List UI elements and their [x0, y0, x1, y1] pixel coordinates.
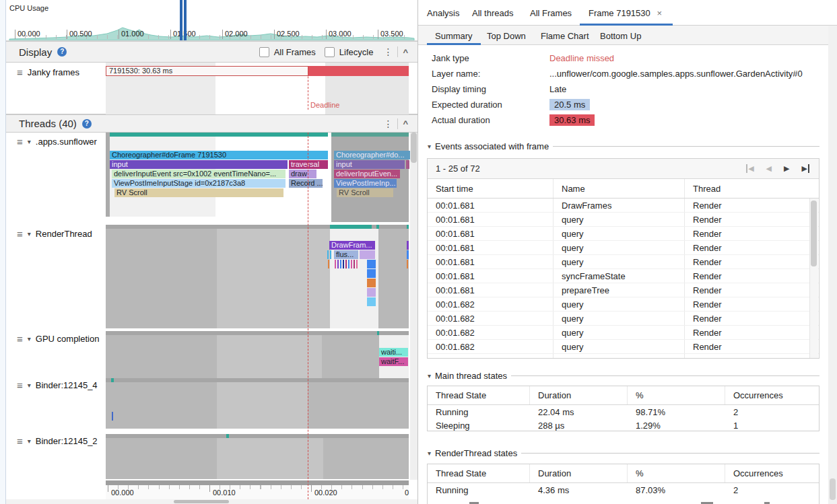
col-header-duration[interactable]: Duration	[530, 386, 628, 404]
trace-bar-traversal-dim[interactable]	[406, 160, 409, 169]
col-header-name[interactable]: Name	[554, 179, 685, 198]
kebab-menu-icon[interactable]: ⋮	[383, 46, 393, 57]
trace-block[interactable]	[367, 269, 376, 278]
trace-bar-input-dim[interactable]: input	[334, 160, 405, 169]
trace-bar-viewpostime-dim[interactable]: ViewPostImeInp...	[334, 179, 397, 188]
states-table-row[interactable]: Running 4.36 ms 87.03% 2	[428, 483, 819, 497]
trace-bar-traversal[interactable]: traversal	[289, 160, 328, 169]
trace-bar-rv-scroll[interactable]: RV Scroll	[114, 188, 283, 197]
janky-frame-overflow-bar[interactable]	[308, 66, 409, 76]
events-table-row[interactable]: 00:01.681syncFrameStateRender	[428, 269, 819, 283]
trace-bar-deliver-input-event[interactable]: deliverInputEvent src=0x1002 eventTimeNa…	[112, 170, 286, 178]
last-page-icon[interactable]: ▶	[802, 164, 809, 173]
prev-page-icon[interactable]: ◀	[766, 164, 772, 173]
trace-bar-record[interactable]: Record ...	[289, 179, 323, 188]
janky-frame-bar[interactable]: 7191530: 30.63 ms	[106, 66, 308, 76]
tab-frame-7191530[interactable]: Frame 7191530 ×	[589, 8, 662, 18]
trace-bar-waitfence[interactable]: waitF...	[379, 357, 408, 366]
col-header-duration[interactable]: Duration	[530, 464, 628, 482]
analysis-v-scrollbar[interactable]	[828, 26, 837, 504]
expand-triangle-icon[interactable]: ▾	[28, 230, 31, 238]
subtab-bottom-up[interactable]: Bottom Up	[600, 31, 641, 41]
help-icon[interactable]: ?	[82, 119, 92, 129]
events-table-row[interactable]: 00:01.681queryRender	[428, 241, 819, 255]
tab-analysis[interactable]: Analysis	[427, 8, 459, 18]
trace-bar-drawframes[interactable]: DrawFram...	[329, 241, 375, 250]
trace-bar-deliver-dim[interactable]: deliverInputEven...	[334, 170, 400, 178]
events-table-row[interactable]: 00:01.682queryRender	[428, 326, 819, 340]
drag-handle-icon[interactable]: ≡	[17, 137, 23, 146]
help-icon[interactable]: ?	[57, 47, 67, 57]
drag-handle-icon[interactable]: ≡	[17, 334, 23, 343]
thread-row-label-binder2[interactable]: ≡ ▾ Binder:12145_2	[17, 436, 98, 446]
thread-row-label-gpu[interactable]: ≡ ▾ GPU completion	[17, 334, 99, 344]
events-v-scrollbar-thumb[interactable]	[811, 201, 817, 266]
all-frames-checkbox[interactable]	[259, 47, 269, 57]
events-section-header[interactable]: ▾ Events associated with frame	[428, 141, 819, 151]
expand-triangle-icon[interactable]: ▾	[28, 382, 31, 389]
collapse-chevron-icon[interactable]: ^	[403, 47, 408, 57]
selection-range-handle-left[interactable]	[180, 0, 182, 40]
lifecycle-checkbox[interactable]	[325, 47, 335, 57]
col-header-start-time[interactable]: Start time	[428, 179, 554, 198]
trace-block[interactable]	[367, 260, 376, 268]
main-thread-states-header[interactable]: ▾ Main thread states	[428, 371, 819, 381]
analysis-v-scrollbar-thumb[interactable]	[830, 478, 836, 500]
section-collapse-icon[interactable]: ▾	[428, 143, 431, 150]
trace-bar-input[interactable]: input	[110, 160, 288, 169]
events-table-row[interactable]: 00:01.681prepareTreeRender	[428, 283, 819, 297]
thread-row-label-sunflower[interactable]: ≡ ▾ .apps.sunflower	[17, 137, 97, 147]
tab-all-threads[interactable]: All threads	[472, 8, 513, 18]
col-header-occurrences[interactable]: Occurrences	[725, 386, 819, 404]
tracks-h-scrollbar-thumb[interactable]	[174, 500, 229, 503]
tracks-v-scrollbar[interactable]	[410, 133, 417, 480]
drag-handle-icon[interactable]: ≡	[17, 68, 23, 77]
expand-triangle-icon[interactable]: ▾	[28, 138, 31, 145]
subtab-top-down[interactable]: Top Down	[487, 31, 526, 41]
events-table-row[interactable]: 00:01.682queryRender	[428, 340, 819, 354]
subtab-flame-chart[interactable]: Flame Chart	[541, 31, 589, 41]
thread-row-label-renderthread[interactable]: ≡ ▾ RenderThread	[17, 229, 92, 239]
drag-handle-icon[interactable]: ≡	[17, 229, 23, 238]
trace-bar-choreographer-dim[interactable]: Choreographer#do...	[334, 151, 410, 159]
next-page-icon[interactable]: ▶	[784, 164, 789, 173]
first-page-icon[interactable]: ◀	[746, 164, 754, 173]
cpu-usage-panel[interactable]: CPU Usage 00.000 00.500 01.000 01.500 02…	[6, 0, 417, 41]
col-header-percent[interactable]: %	[628, 464, 725, 482]
events-table-row[interactable]: 00:01.681queryRender	[428, 213, 819, 227]
trace-block[interactable]	[367, 297, 376, 306]
trace-bar-rv-scroll-dim[interactable]: RV Scroll	[337, 188, 393, 197]
events-table-row[interactable]: 00:01.682queryRender	[428, 354, 819, 359]
trace-bar-viewpostime[interactable]: ViewPostImeInputStage id=0x2187c3a8	[112, 179, 286, 188]
renderthread-states-header[interactable]: ▾ RenderThread states	[428, 448, 819, 458]
trace-bar-flush[interactable]: flus...	[334, 250, 358, 259]
section-collapse-icon[interactable]: ▾	[428, 449, 431, 457]
thread-row-label-binder4[interactable]: ≡ ▾ Binder:12145_4	[17, 380, 98, 390]
section-collapse-icon[interactable]: ▾	[428, 372, 431, 380]
states-table-row[interactable]: Sleeping 288 µs 1.29% 1	[428, 419, 819, 431]
events-table-row[interactable]: 00:01.681DrawFramesRender	[428, 199, 819, 213]
kebab-menu-icon[interactable]: ⋮	[383, 118, 393, 129]
trace-bar-draw[interactable]: draw	[289, 170, 316, 178]
collapse-chevron-icon[interactable]: ^	[403, 118, 408, 129]
col-header-thread-state[interactable]: Thread State	[428, 386, 530, 404]
binder-transaction-tick[interactable]	[112, 412, 113, 421]
close-icon[interactable]: ×	[657, 8, 662, 18]
drag-handle-icon[interactable]: ≡	[17, 381, 23, 390]
selection-range-handle-right[interactable]	[184, 0, 187, 40]
trace-block[interactable]	[367, 288, 376, 297]
trace-bar-choreographer[interactable]: Choreographer#doFrame 7191530	[110, 151, 328, 159]
col-header-thread[interactable]: Thread	[685, 179, 819, 198]
trace-block[interactable]	[367, 279, 376, 287]
trace-bar-waiting[interactable]: waiti...	[379, 348, 408, 357]
events-table-row[interactable]: 00:01.682queryRender	[428, 297, 819, 312]
tracks-h-scrollbar[interactable]	[6, 499, 417, 504]
events-table-row[interactable]: 00:01.681queryRender	[428, 227, 819, 241]
col-header-thread-state[interactable]: Thread State	[428, 464, 530, 482]
expand-triangle-icon[interactable]: ▾	[28, 437, 31, 445]
col-header-occurrences[interactable]: Occurrences	[725, 464, 819, 482]
tab-all-frames[interactable]: All Frames	[530, 8, 572, 18]
tracks-v-scrollbar-thumb[interactable]	[411, 133, 417, 163]
expand-triangle-icon[interactable]: ▾	[28, 335, 31, 343]
janky-frames-track-label[interactable]: ≡ Janky frames	[17, 67, 79, 77]
